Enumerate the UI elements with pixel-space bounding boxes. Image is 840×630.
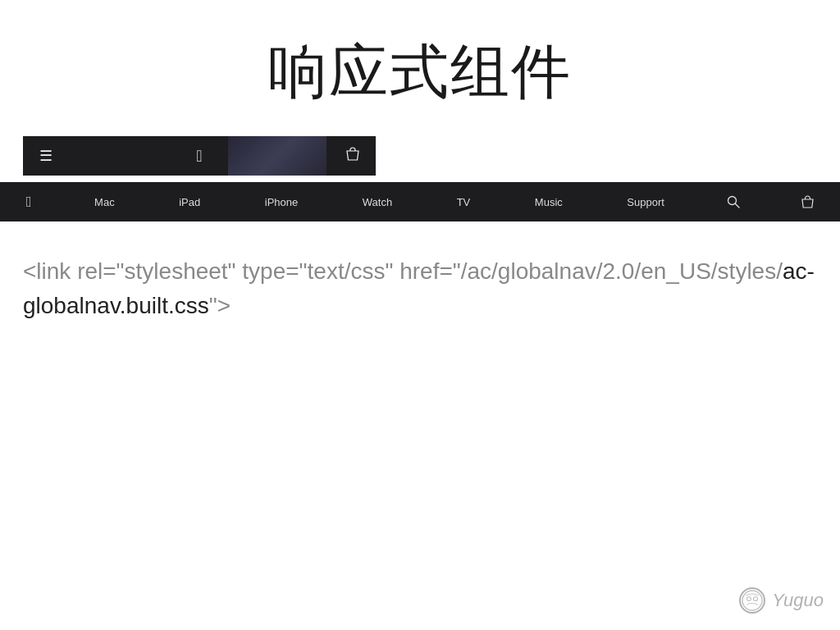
code-suffix: ">	[209, 293, 231, 318]
nav-item-iphone[interactable]: iPhone	[255, 182, 308, 221]
nav-item-tv[interactable]: TV	[447, 182, 481, 221]
nav-item-support[interactable]: Support	[617, 182, 674, 221]
mobile-nav-bar: ☰ 	[23, 136, 376, 176]
code-block: <link rel="stylesheet" type="text/css" h…	[23, 254, 817, 323]
hamburger-icon[interactable]: ☰	[39, 147, 52, 165]
nav-item-mac[interactable]: Mac	[84, 182, 125, 221]
page-title: 响应式组件	[0, 0, 840, 136]
shopping-bag-nav-icon[interactable]	[793, 182, 822, 221]
search-icon[interactable]	[719, 182, 748, 221]
svg-line-1	[736, 204, 740, 208]
nav-item-music[interactable]: Music	[525, 182, 573, 221]
nav-apple-logo[interactable]: 	[18, 182, 40, 221]
watermark: Yuguo	[739, 587, 824, 614]
nav-item-ipad[interactable]: iPad	[169, 182, 210, 221]
svg-point-0	[728, 197, 737, 205]
desktop-nav-bar:  Mac iPad iPhone Watch TV Music Support	[0, 182, 840, 221]
nav-item-watch[interactable]: Watch	[353, 182, 402, 221]
watermark-icon	[739, 587, 765, 614]
watermark-text: Yuguo	[772, 590, 824, 611]
code-prefix: <link rel="stylesheet" type="text/css" h…	[23, 258, 783, 284]
shopping-bag-icon[interactable]	[346, 147, 359, 166]
svg-point-4	[754, 597, 758, 601]
apple-logo-icon[interactable]: 	[196, 147, 202, 166]
svg-point-3	[747, 597, 751, 601]
nav-background-image	[228, 136, 326, 176]
